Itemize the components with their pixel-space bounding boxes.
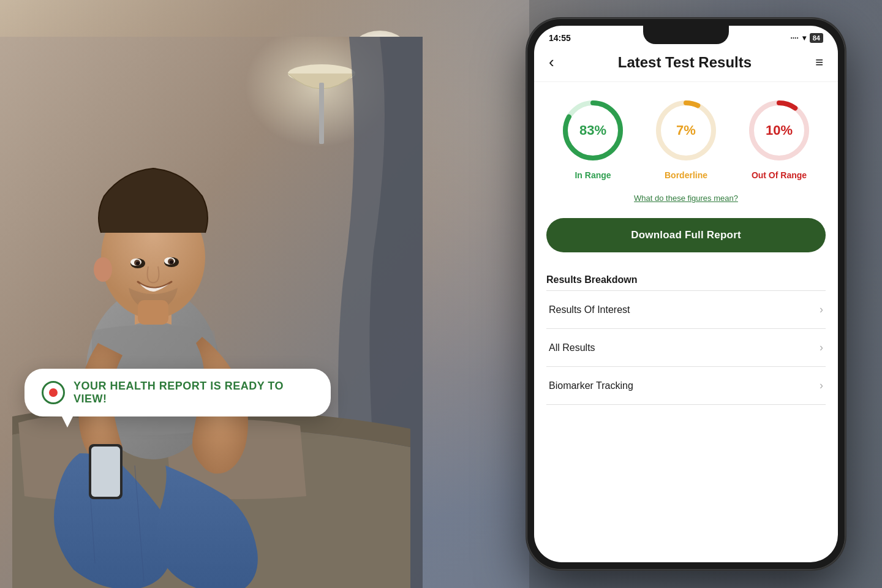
results-item-chevron-0: ›: [820, 303, 823, 316]
charts-section: 83% In Range 7% Borderlin: [534, 82, 838, 190]
notification-dot: [49, 388, 58, 397]
results-item-chevron-1: ›: [820, 341, 823, 354]
chart-out-of-range-label: Out Of Range: [752, 170, 807, 180]
wifi-icon: ▾: [802, 34, 806, 42]
app-content: 83% In Range 7% Borderlin: [534, 82, 838, 551]
signal-dots: ····: [790, 34, 798, 42]
notification-bubble: YOUR HEALTH REPORT IS READY TO VIEW!: [24, 369, 331, 417]
screen-title: Latest Test Results: [618, 54, 752, 71]
results-list: Results Of Interest › All Results › Biom…: [546, 290, 826, 405]
status-time: 14:55: [549, 33, 571, 43]
svg-rect-3: [319, 83, 324, 144]
left-photo-area: [0, 0, 478, 588]
results-item-label-2: Biomarker Tracking: [549, 380, 633, 391]
phone-screen: 14:55 ···· ▾ 84 ‹ Latest Test Results ≡: [534, 26, 838, 562]
back-button[interactable]: ‹: [549, 53, 554, 72]
download-section: Download Full Report: [534, 213, 838, 265]
svg-point-14: [94, 257, 112, 282]
status-icons: ···· ▾ 84: [790, 33, 823, 43]
results-item-1[interactable]: All Results ›: [546, 329, 826, 367]
figures-link-container: What do these figures mean?: [534, 190, 838, 213]
notification-icon: [42, 381, 65, 404]
chart-out-of-range: 10% Out Of Range: [745, 97, 813, 180]
battery-level: 84: [810, 33, 823, 43]
results-item-0[interactable]: Results Of Interest ›: [546, 291, 826, 329]
results-breakdown-title: Results Breakdown: [546, 274, 826, 285]
results-item-label-0: Results Of Interest: [549, 304, 630, 315]
results-breakdown: Results Breakdown Results Of Interest › …: [534, 265, 838, 410]
app-header: ‹ Latest Test Results ≡: [534, 48, 838, 82]
svg-rect-20: [91, 447, 120, 497]
phone-notch: [643, 26, 729, 44]
results-item-chevron-2: ›: [820, 379, 823, 392]
chart-borderline-label: Borderline: [665, 170, 707, 180]
svg-rect-15: [138, 300, 168, 325]
circle-chart-out-of-range: 10%: [745, 97, 813, 164]
chart-borderline: 7% Borderline: [652, 97, 720, 180]
chart-in-range-label: In Range: [575, 170, 611, 180]
menu-button[interactable]: ≡: [815, 55, 823, 70]
phone-frame: 14:55 ···· ▾ 84 ‹ Latest Test Results ≡: [527, 18, 845, 570]
download-button[interactable]: Download Full Report: [546, 218, 826, 252]
results-item-2[interactable]: Biomarker Tracking ›: [546, 367, 826, 405]
man-figure: [0, 37, 423, 588]
chart-in-range-value: 83%: [559, 97, 627, 164]
chart-in-range: 83% In Range: [559, 97, 627, 180]
chart-out-of-range-value: 10%: [745, 97, 813, 164]
results-item-label-1: All Results: [549, 342, 595, 353]
svg-point-13: [170, 260, 173, 264]
chart-borderline-value: 7%: [652, 97, 720, 164]
notification-text: YOUR HEALTH REPORT IS READY TO VIEW!: [74, 380, 314, 405]
figures-link[interactable]: What do these figures mean?: [634, 194, 738, 203]
svg-point-12: [136, 262, 140, 265]
phone-wrapper: 14:55 ···· ▾ 84 ‹ Latest Test Results ≡: [527, 18, 845, 570]
circle-chart-borderline: 7%: [652, 97, 720, 164]
circle-chart-in-range: 83%: [559, 97, 627, 164]
